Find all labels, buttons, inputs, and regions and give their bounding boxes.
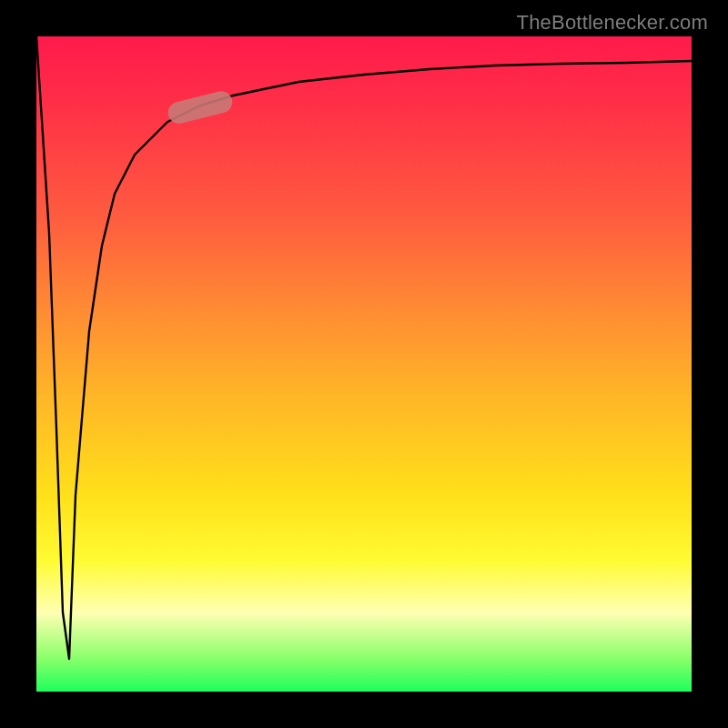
chart-stage: TheBottlenecker.com (0, 0, 728, 728)
curve-marker (166, 89, 235, 126)
attribution-text: TheBottlenecker.com (517, 11, 708, 35)
bottleneck-curve (36, 36, 692, 659)
curve-layer (36, 36, 692, 692)
